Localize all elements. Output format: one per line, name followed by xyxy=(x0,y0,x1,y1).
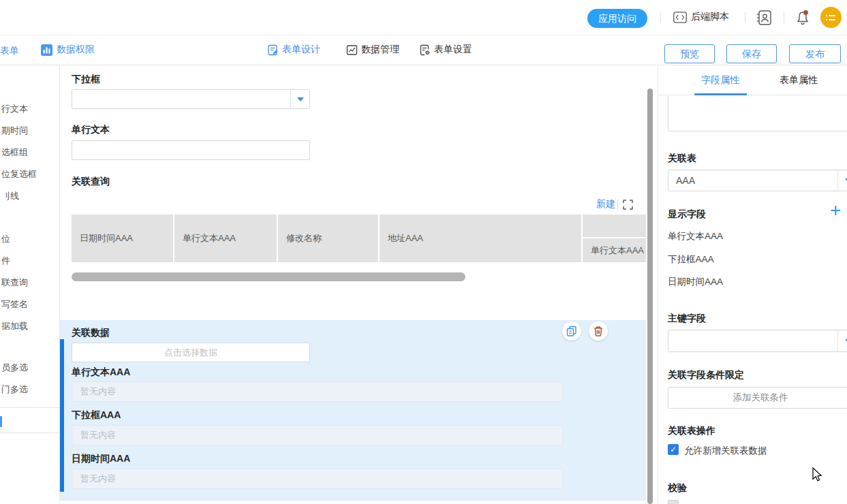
display-field-item[interactable]: 单行文本AAA xyxy=(668,230,723,242)
copy-button[interactable] xyxy=(562,321,581,341)
trash-icon xyxy=(593,326,604,336)
preview-button[interactable]: 预览 xyxy=(664,44,715,63)
tab-field-properties[interactable]: 字段属性 xyxy=(701,74,739,86)
toolbar-item-data-permission[interactable]: 数据权限 xyxy=(41,44,95,56)
scrolled-input-partial[interactable] xyxy=(668,96,847,131)
copy-icon xyxy=(566,326,577,336)
toolbar-item-form[interactable]: 表单 xyxy=(0,45,19,57)
related-query-label: 关联查询 xyxy=(72,176,110,188)
subfield-value: 暂无内容 xyxy=(72,381,563,402)
tab-label: 数据管理 xyxy=(361,44,399,56)
canvas-vertical-scrollbar[interactable] xyxy=(647,89,653,504)
sidebar-item[interactable]: 行文本 xyxy=(1,103,28,115)
tab-form-settings[interactable]: 表单设置 xyxy=(419,44,472,56)
chevron-down-icon xyxy=(845,339,847,343)
display-fields-label: 显示字段 xyxy=(668,208,706,221)
toolbar: 表单 数据权限 表单设计 xyxy=(0,35,847,65)
table-column-address: 地址AAA xyxy=(380,215,581,262)
form-canvas: 下拉框 单行文本 关联查询 新建 日期时间AAA 单行文本AAA 修改名称 地址… xyxy=(60,65,646,504)
tab-form-properties[interactable]: 表单属性 xyxy=(780,74,818,86)
divider xyxy=(660,12,661,23)
table-horizontal-scrollbar[interactable] xyxy=(72,272,465,281)
related-table-value: AAA xyxy=(676,175,695,186)
related-table-label: 关联表 xyxy=(668,153,696,165)
sidebar-active-fragment[interactable] xyxy=(0,416,2,427)
tab-data-management[interactable]: 数据管理 xyxy=(346,44,399,56)
related-data-label: 关联数据 xyxy=(72,327,110,339)
display-field-item[interactable]: 日期时间AAA xyxy=(668,276,723,288)
table-column-empty xyxy=(583,215,646,237)
expand-icon[interactable] xyxy=(623,200,633,210)
contacts-icon[interactable] xyxy=(756,10,773,26)
sidebar-item[interactable]: 期时间 xyxy=(1,125,28,137)
dropdown-field-label: 下拉框 xyxy=(72,74,100,86)
new-record-link[interactable]: 新建 xyxy=(596,198,615,210)
subfield-label: 单行文本AAA xyxy=(72,366,130,379)
tab-label: 表单设计 xyxy=(282,44,320,56)
sidebar-item[interactable]: 选框组 xyxy=(1,146,28,159)
chevron-down-icon xyxy=(297,97,304,101)
delete-button[interactable] xyxy=(589,321,608,341)
document-edit-icon xyxy=(267,44,279,56)
sidebar-item[interactable]: 刂线 xyxy=(1,190,19,202)
table-column-stacked: 单行文本AAA xyxy=(583,238,646,262)
subfield-value: 暂无内容 xyxy=(72,425,563,445)
table-column-text: 单行文本AAA xyxy=(174,215,277,262)
table-column-rename: 修改名称 xyxy=(278,215,378,262)
condition-label: 关联字段条件限定 xyxy=(668,369,744,381)
save-button[interactable]: 保存 xyxy=(726,44,777,63)
avatar[interactable] xyxy=(820,7,842,28)
related-data-section[interactable]: 关联数据 xyxy=(60,320,646,501)
panel-tabs: 字段属性 表单属性 xyxy=(658,65,847,95)
text-field-input[interactable] xyxy=(72,140,310,160)
sidebar-item[interactable]: 联查询 xyxy=(1,277,28,289)
mouse-cursor xyxy=(812,467,823,482)
app-access-button[interactable]: 应用访问 xyxy=(587,9,647,28)
allow-add-checkbox-label[interactable]: 允许新增关联表数据 xyxy=(684,445,767,457)
tab-field-properties-underline xyxy=(694,93,747,95)
validation-checkbox-partial[interactable] xyxy=(668,500,679,504)
code-icon xyxy=(673,12,687,23)
check-icon: ✓ xyxy=(670,445,677,454)
notification-bell-icon[interactable] xyxy=(796,10,811,26)
sidebar-item[interactable]: 位复选框 xyxy=(1,168,37,180)
chart-square-icon xyxy=(346,44,358,56)
display-field-item[interactable]: 下拉框AAA xyxy=(668,253,714,266)
primary-key-label: 主键字段 xyxy=(668,313,706,325)
add-condition-button[interactable]: 添加关联条件 xyxy=(668,387,847,409)
tab-label: 表单设置 xyxy=(434,44,472,56)
dropdown-arrow-section[interactable] xyxy=(290,90,309,108)
sidebar-item[interactable]: 写签名 xyxy=(1,298,28,311)
tab-form-design[interactable]: 表单设计 xyxy=(267,44,320,56)
backend-script-label: 后端脚本 xyxy=(691,11,729,23)
sidebar-item[interactable]: 件 xyxy=(1,255,10,267)
list-icon xyxy=(825,13,837,22)
select-arrow-section[interactable] xyxy=(837,170,847,191)
data-picker-input[interactable]: 点击选择数据 xyxy=(72,343,310,362)
add-display-field-button[interactable]: + xyxy=(830,201,841,220)
divider xyxy=(617,200,618,209)
top-bar: 应用访问 后端脚本 xyxy=(0,0,847,35)
select-arrow-section[interactable] xyxy=(837,330,847,351)
properties-panel: 字段属性 表单属性 关联表 AAA 显示字段 + 单行文本AAA 下拉框AAA … xyxy=(658,65,847,504)
sidebar-item[interactable]: 位 xyxy=(1,233,10,245)
primary-key-select[interactable] xyxy=(668,330,847,352)
chevron-down-icon xyxy=(845,178,847,183)
sidebar-item[interactable]: 据加载 xyxy=(1,320,28,332)
document-gear-icon xyxy=(419,44,431,56)
component-sidebar: 行文本 期时间 选框组 位复选框 刂线 位 件 联查询 写签名 据加载 员多选 … xyxy=(0,65,60,504)
backend-script-button[interactable]: 后端脚本 xyxy=(673,11,729,23)
subfield-label: 日期时间AAA xyxy=(72,453,130,465)
sidebar-divider xyxy=(0,432,60,433)
bar-chart-icon xyxy=(41,44,52,56)
publish-button[interactable]: 发布 xyxy=(789,44,841,63)
toolbar-item-label: 数据权限 xyxy=(57,44,95,56)
selection-bar xyxy=(60,339,64,492)
related-table-select[interactable]: AAA xyxy=(668,170,847,191)
table-ops-label: 关联表操作 xyxy=(668,425,715,437)
sidebar-item[interactable]: 门多选 xyxy=(1,383,28,396)
sidebar-item[interactable]: 员多选 xyxy=(1,362,28,374)
divider xyxy=(745,12,745,23)
dropdown-field[interactable] xyxy=(72,89,310,109)
allow-add-checkbox[interactable]: ✓ xyxy=(668,444,679,455)
